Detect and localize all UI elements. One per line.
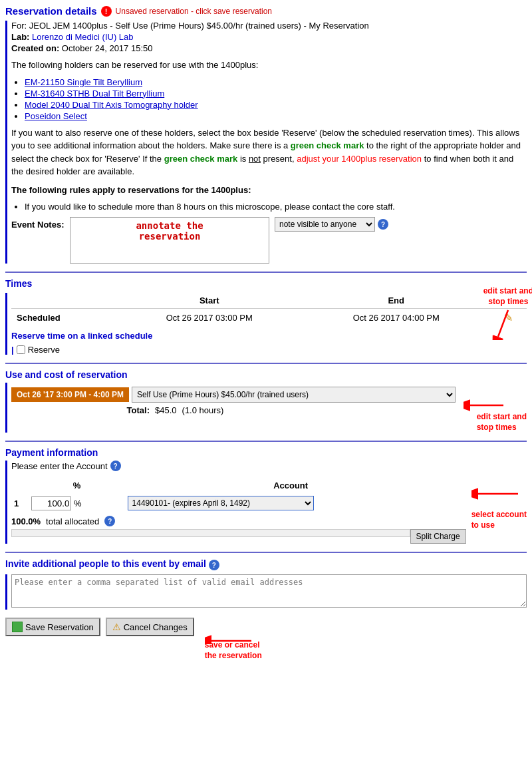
times-table-wrapper: Start End Scheduled Oct 26 2017 03:00 PM… bbox=[11, 293, 527, 327]
payment-scrollbar[interactable] bbox=[11, 529, 410, 537]
rules-list: If you would like to schedule more than … bbox=[25, 202, 527, 212]
event-notes-textarea[interactable]: annotate the reservation bbox=[70, 217, 269, 264]
holder-link-3[interactable]: Model 2040 Dual Tilt Axis Tomography hol… bbox=[25, 100, 198, 110]
use-cost-title: Use and cost of reservation bbox=[5, 369, 527, 380]
instructions-text-1d: present, bbox=[261, 154, 297, 164]
col-pct: % bbox=[29, 478, 124, 493]
total-allocated-info-icon[interactable]: ? bbox=[104, 516, 115, 526]
annotation-account-text: select accountto use bbox=[471, 510, 527, 530]
total-allocated-row: 100.0% total allocated ? bbox=[11, 516, 466, 526]
end-time: Oct 26 2017 04:00 PM bbox=[303, 309, 489, 327]
reserve-checkbox[interactable] bbox=[17, 345, 25, 354]
list-item: Poseidon Select bbox=[25, 111, 527, 121]
list-item: EM-21150 Single Tilt Beryllium bbox=[25, 77, 527, 87]
annotation-save-cancel: save or cancelthe reservation bbox=[205, 618, 262, 661]
notes-right: note visible to anyone note visible to s… bbox=[275, 217, 388, 232]
invite-label-row: Invite additional people to this event b… bbox=[5, 558, 527, 572]
created-value: October 24, 2017 15:50 bbox=[62, 43, 153, 53]
account-select[interactable]: 14490101- (expires April 8, 1492) bbox=[128, 496, 314, 510]
created-line: Created on: October 24, 2017 15:50 bbox=[11, 43, 527, 53]
invite-title: Invite additional people to this event b… bbox=[5, 558, 206, 569]
total-hours: (1.0 hours) bbox=[182, 405, 224, 415]
adjust-text: adjust your 1400plus reservation bbox=[297, 154, 422, 164]
invite-textarea[interactable] bbox=[11, 574, 527, 608]
rules-label: The following rules apply to reservation… bbox=[11, 184, 527, 197]
table-row: 1 % 14490101- (expires April 8, 1492) bbox=[11, 493, 466, 513]
use-type-select[interactable]: Self Use (Prime Hours) $45.00/hr (traine… bbox=[132, 387, 456, 403]
please-enter-text: Please enter the Account bbox=[11, 461, 108, 471]
holders-intro: The following holders can be reserved fo… bbox=[11, 59, 527, 72]
use-cost-left: Oct 26 '17 3:00 PM - 4:00 PM Self Use (P… bbox=[11, 383, 456, 415]
reservation-header: Reservation details ! Unsaved reservatio… bbox=[5, 5, 527, 17]
reservation-title: Reservation details bbox=[5, 5, 97, 17]
col-start: Start bbox=[116, 293, 303, 309]
green-check-1: green check mark bbox=[291, 140, 364, 150]
cancel-changes-button[interactable]: ⚠ Cancel Changes bbox=[106, 618, 194, 636]
holders-list: EM-21150 Single Tilt Beryllium EM-31640 … bbox=[25, 77, 527, 121]
for-line: For: JEOL JEM 1400plus - Self Use (Prime… bbox=[11, 21, 527, 31]
table-row: Scheduled Oct 26 2017 03:00 PM Oct 26 20… bbox=[11, 309, 527, 327]
section-pipe: | bbox=[11, 345, 14, 355]
reserve-checkbox-label: Reserve bbox=[28, 345, 60, 355]
section-divider-payment bbox=[5, 441, 527, 442]
invite-block bbox=[5, 574, 527, 610]
holder-link-4[interactable]: Poseidon Select bbox=[25, 111, 87, 121]
pct-suffix: % bbox=[74, 498, 82, 508]
info-icon[interactable]: ? bbox=[378, 219, 388, 230]
row-num: 1 bbox=[11, 493, 29, 513]
unsaved-badge: ! bbox=[101, 6, 112, 17]
total-label: Total: bbox=[17, 405, 150, 415]
cancel-label: Cancel Changes bbox=[124, 622, 188, 632]
times-section: Times Start End Scheduled bbox=[5, 278, 527, 355]
total-value: $45.0 bbox=[155, 405, 177, 415]
holder-link-2[interactable]: EM-31640 STHB Dual Tilt Berryllium bbox=[25, 89, 164, 98]
use-cost-time-row: Oct 26 '17 3:00 PM - 4:00 PM Self Use (P… bbox=[11, 387, 456, 403]
payment-section: Payment information Please enter the Acc… bbox=[5, 447, 527, 544]
invite-info-icon[interactable]: ? bbox=[209, 560, 219, 570]
account-cell: 14490101- (expires April 8, 1492) bbox=[125, 493, 457, 513]
reserve-linked-label[interactable]: Reserve time on a linked schedule bbox=[11, 331, 527, 341]
unsaved-text: Unsaved reservation - click save reserva… bbox=[116, 7, 272, 16]
holder-link-1[interactable]: EM-21150 Single Tilt Beryllium bbox=[25, 77, 142, 87]
event-notes-label: Event Notes: bbox=[11, 217, 65, 230]
section-divider-times bbox=[5, 272, 527, 273]
col-end: End bbox=[303, 293, 489, 309]
annotation-edit-text: edit start andstop times bbox=[477, 412, 527, 433]
times-block: Start End Scheduled Oct 26 2017 03:00 PM… bbox=[5, 293, 527, 355]
payment-title: Payment information bbox=[5, 447, 527, 458]
not-text: not bbox=[249, 154, 261, 164]
col-blank-payment bbox=[11, 478, 29, 493]
lab-line: Lab: Lorenzo di Medici (IU) Lab bbox=[11, 32, 527, 42]
time-slot-label: Oct 26 '17 3:00 PM - 4:00 PM bbox=[11, 387, 129, 402]
created-label: Created on: bbox=[11, 43, 59, 53]
payment-table: % Account 1 % bbox=[11, 478, 466, 513]
edit-times-arrow bbox=[491, 307, 525, 340]
annotation-account: select accountto use bbox=[471, 480, 527, 530]
save-reservation-button[interactable]: Save Reservation bbox=[5, 618, 100, 636]
pct-cell: % bbox=[29, 493, 124, 513]
payment-main: % Account 1 % bbox=[11, 474, 527, 544]
total-allocated-value: 100.0% bbox=[11, 516, 41, 526]
list-item: Model 2040 Dual Tilt Axis Tomography hol… bbox=[25, 100, 527, 110]
payment-info-icon[interactable]: ? bbox=[110, 461, 121, 471]
annotation-edit-times: edit start andstop times bbox=[464, 385, 527, 433]
please-enter-row: Please enter the Account ? bbox=[11, 461, 527, 471]
section-divider-use bbox=[5, 363, 527, 364]
edit-times-text: edit start andstop times bbox=[483, 286, 532, 307]
svg-line-1 bbox=[498, 310, 508, 337]
total-row: Total: $45.0 (1.0 hours) bbox=[11, 405, 456, 415]
split-charge-button[interactable]: Split Charge bbox=[410, 529, 466, 544]
list-item: EM-31640 STHB Dual Tilt Berryllium bbox=[25, 89, 527, 98]
page-wrapper: Reservation details ! Unsaved reservatio… bbox=[0, 0, 532, 666]
edit-times-annotation: edit start andstop times bbox=[483, 286, 532, 340]
col-account: Account bbox=[125, 478, 457, 493]
save-label: Save Reservation bbox=[25, 622, 94, 632]
start-time: Oct 26 2017 03:00 PM bbox=[116, 309, 303, 327]
payment-block: Please enter the Account ? % Account bbox=[5, 461, 527, 544]
visibility-select[interactable]: note visible to anyone note visible to s… bbox=[275, 217, 375, 232]
account-arrow bbox=[471, 480, 525, 507]
col-blank bbox=[11, 293, 116, 309]
event-notes-row: Event Notes: annotate the reservation no… bbox=[11, 217, 527, 264]
pct-input[interactable] bbox=[31, 496, 71, 510]
lab-name: Lorenzo di Medici (IU) Lab bbox=[32, 32, 133, 42]
